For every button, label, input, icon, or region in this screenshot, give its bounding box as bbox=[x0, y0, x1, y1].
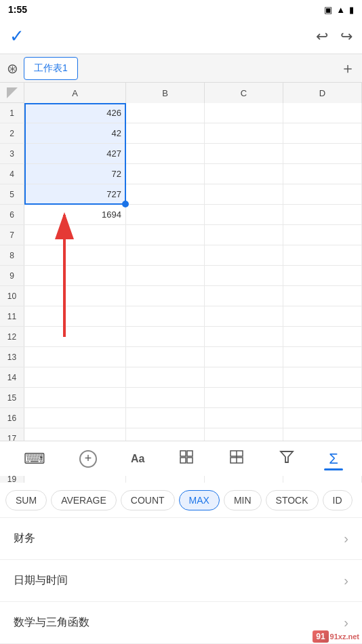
table-delete-icon[interactable] bbox=[228, 449, 245, 468]
cell-d10[interactable] bbox=[283, 286, 362, 306]
cell-b1[interactable] bbox=[126, 103, 205, 123]
cell-a15[interactable] bbox=[24, 388, 126, 407]
cell-b14[interactable] bbox=[126, 367, 205, 387]
cell-c4[interactable] bbox=[205, 164, 283, 184]
table-row: 10 bbox=[0, 286, 362, 306]
layers-icon[interactable]: ⊛ bbox=[7, 60, 18, 77]
cell-d3[interactable] bbox=[283, 144, 362, 163]
cell-a13[interactable] bbox=[24, 347, 126, 367]
cell-c7[interactable] bbox=[205, 225, 283, 245]
cell-c6[interactable] bbox=[205, 205, 283, 224]
cell-a14[interactable] bbox=[24, 367, 126, 387]
cell-d13[interactable] bbox=[283, 347, 362, 367]
cell-c11[interactable] bbox=[205, 306, 283, 326]
cell-d6[interactable] bbox=[283, 205, 362, 224]
cell-a9[interactable] bbox=[24, 266, 126, 285]
cell-a2[interactable]: 42 bbox=[24, 123, 126, 143]
row-num-13: 13 bbox=[0, 347, 24, 367]
keyboard-icon[interactable]: ⌨ bbox=[24, 450, 45, 468]
cell-d14[interactable] bbox=[283, 367, 362, 387]
cell-c15[interactable] bbox=[205, 388, 283, 407]
cell-d16[interactable] bbox=[283, 408, 362, 428]
cell-c5[interactable] bbox=[205, 184, 283, 204]
category-item-1[interactable]: 日期与时间 › bbox=[0, 560, 362, 602]
cell-b6[interactable] bbox=[126, 205, 205, 224]
category-item-2[interactable]: 数学与三角函数 › bbox=[0, 602, 362, 644]
cell-c13[interactable] bbox=[205, 347, 283, 367]
row-num-2: 2 bbox=[0, 123, 24, 143]
undo-button[interactable]: ↩ bbox=[316, 28, 328, 45]
function-btn-id[interactable]: ID bbox=[323, 490, 353, 510]
cell-c16[interactable] bbox=[205, 408, 283, 428]
bottom-toolbar: ⌨ + Aa Σ bbox=[0, 441, 362, 476]
function-btn-count[interactable]: COUNT bbox=[121, 490, 175, 510]
cell-b13[interactable] bbox=[126, 347, 205, 367]
cell-c10[interactable] bbox=[205, 286, 283, 306]
cell-c1[interactable] bbox=[205, 103, 283, 123]
cell-a3[interactable]: 427 bbox=[24, 144, 126, 163]
add-sheet-button[interactable]: ＋ bbox=[340, 58, 355, 79]
cell-a6[interactable]: 1694 bbox=[24, 205, 126, 224]
cell-d8[interactable] bbox=[283, 245, 362, 265]
cell-a7[interactable] bbox=[24, 225, 126, 245]
cell-b15[interactable] bbox=[126, 388, 205, 407]
cell-d1[interactable] bbox=[283, 103, 362, 123]
cell-d5[interactable] bbox=[283, 184, 362, 204]
cell-d11[interactable] bbox=[283, 306, 362, 326]
cell-c2[interactable] bbox=[205, 123, 283, 143]
cell-b11[interactable] bbox=[126, 306, 205, 326]
cell-a1[interactable]: 426 bbox=[24, 103, 126, 123]
cell-d15[interactable] bbox=[283, 388, 362, 407]
cell-b4[interactable] bbox=[126, 164, 205, 184]
cell-b8[interactable] bbox=[126, 245, 205, 265]
cell-c8[interactable] bbox=[205, 245, 283, 265]
col-header-b[interactable]: B bbox=[126, 83, 205, 103]
cell-d9[interactable] bbox=[283, 266, 362, 285]
function-btn-stock[interactable]: STOCK bbox=[266, 490, 319, 510]
cell-b12[interactable] bbox=[126, 327, 205, 346]
function-btn-average[interactable]: AVERAGE bbox=[51, 490, 117, 510]
cell-a12[interactable] bbox=[24, 327, 126, 346]
chevron-right-icon: › bbox=[344, 615, 348, 630]
function-btn-max[interactable]: MAX bbox=[179, 490, 220, 510]
cell-d4[interactable] bbox=[283, 164, 362, 184]
cell-a11[interactable] bbox=[24, 306, 126, 326]
function-btn-sum[interactable]: SUM bbox=[5, 490, 47, 510]
sigma-button[interactable]: Σ bbox=[329, 450, 338, 468]
cell-b3[interactable] bbox=[126, 144, 205, 163]
cell-c12[interactable] bbox=[205, 327, 283, 346]
sheet-tab-1[interactable]: 工作表1 bbox=[24, 57, 78, 80]
redo-button[interactable]: ↪ bbox=[340, 28, 353, 45]
col-header-a[interactable]: A bbox=[24, 83, 126, 103]
cell-a16[interactable] bbox=[24, 408, 126, 428]
cell-b7[interactable] bbox=[126, 225, 205, 245]
cell-a8[interactable] bbox=[24, 245, 126, 265]
table-row: 13 bbox=[0, 347, 362, 367]
col-header-c[interactable]: C bbox=[205, 83, 283, 103]
cell-b5[interactable] bbox=[126, 184, 205, 204]
cell-a5[interactable]: 727 bbox=[24, 184, 126, 204]
cell-d2[interactable] bbox=[283, 123, 362, 143]
cell-c3[interactable] bbox=[205, 144, 283, 163]
confirm-button[interactable]: ✓ bbox=[9, 26, 24, 47]
category-item-0[interactable]: 财务 › bbox=[0, 518, 362, 560]
cell-b10[interactable] bbox=[126, 286, 205, 306]
col-header-d[interactable]: D bbox=[283, 83, 362, 103]
cell-a4[interactable]: 72 bbox=[24, 164, 126, 184]
filter-icon[interactable] bbox=[279, 449, 295, 468]
text-format-icon[interactable]: Aa bbox=[131, 453, 144, 465]
cell-b2[interactable] bbox=[126, 123, 205, 143]
function-btn-min[interactable]: MIN bbox=[224, 490, 262, 510]
cell-b16[interactable] bbox=[126, 408, 205, 428]
add-icon[interactable]: + bbox=[79, 450, 97, 468]
cell-d7[interactable] bbox=[283, 225, 362, 245]
cell-d12[interactable] bbox=[283, 327, 362, 346]
cell-c14[interactable] bbox=[205, 367, 283, 387]
cell-c9[interactable] bbox=[205, 266, 283, 285]
table-insert-icon[interactable] bbox=[178, 449, 195, 468]
cell-a10[interactable] bbox=[24, 286, 126, 306]
table-row: 5 727 bbox=[0, 184, 362, 205]
cell-b9[interactable] bbox=[126, 266, 205, 285]
category-label: 数学与三角函数 bbox=[14, 616, 89, 630]
coolpad-icon: ▣ bbox=[324, 5, 332, 15]
